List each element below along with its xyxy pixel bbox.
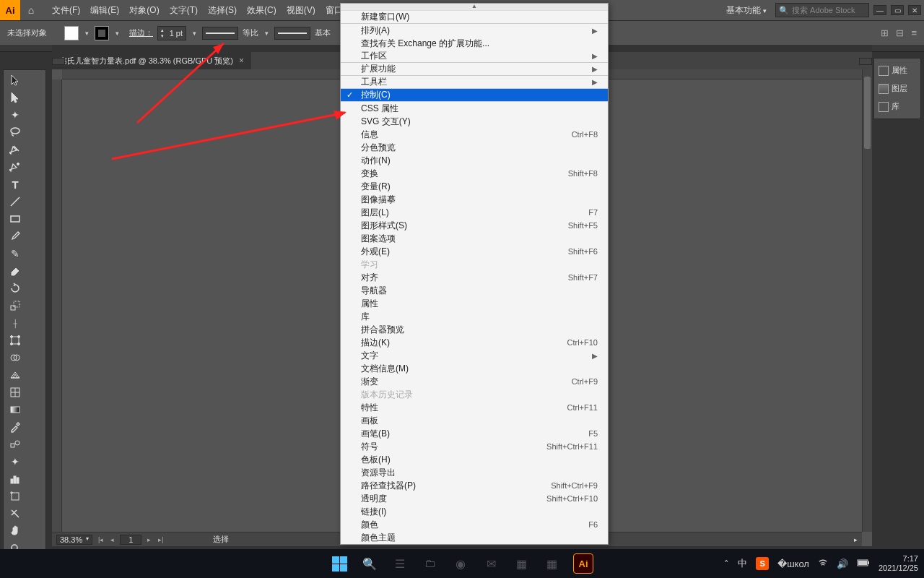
taskbar-clock[interactable]: 7:17 2021/12/25 bbox=[879, 554, 918, 573]
menu-item-18[interactable]: 外观(E)Shift+F6 bbox=[341, 245, 608, 258]
curvature-tool[interactable] bbox=[5, 158, 25, 176]
menu-item-25[interactable]: 描边(K)Ctrl+F10 bbox=[341, 336, 608, 349]
menu-item-8[interactable]: SVG 交互(Y) bbox=[341, 115, 608, 128]
illustrator-taskbar-icon[interactable]: Ai bbox=[573, 553, 593, 574]
panel-properties[interactable]: 属性 bbox=[874, 61, 920, 79]
scale-tool[interactable] bbox=[5, 297, 25, 314]
menu-item-0[interactable]: 新建窗口(W) bbox=[341, 11, 608, 24]
eraser-tool[interactable] bbox=[5, 262, 25, 280]
menu-item-20[interactable]: 对齐Shift+F7 bbox=[341, 271, 608, 284]
menu-item-32[interactable]: 画笔(B)F5 bbox=[341, 427, 608, 440]
menu-item-23[interactable]: 库 bbox=[341, 310, 608, 323]
prev-artboard-icon[interactable]: ◂ bbox=[109, 536, 116, 543]
zoom-input[interactable]: 38.3%▾ bbox=[56, 535, 92, 545]
type-tool[interactable]: T bbox=[5, 176, 25, 193]
ime-indicator[interactable]: 中 bbox=[738, 557, 747, 570]
close-button[interactable]: ✕ bbox=[908, 5, 921, 15]
menu-object[interactable]: 对象(O) bbox=[125, 1, 163, 20]
menu-item-9[interactable]: 信息Ctrl+F8 bbox=[341, 128, 608, 141]
menu-select[interactable]: 选择(S) bbox=[204, 1, 241, 20]
shape-builder-tool[interactable] bbox=[5, 349, 25, 366]
brush-def[interactable] bbox=[274, 27, 310, 40]
magic-wand-tool[interactable]: ✦ bbox=[5, 106, 25, 124]
rectangle-tool[interactable] bbox=[5, 210, 25, 228]
menu-item-6[interactable]: ✓控制(C) bbox=[341, 89, 608, 102]
sogou-ime-icon[interactable]: S bbox=[756, 557, 769, 570]
line-tool[interactable] bbox=[5, 193, 25, 210]
selection-tool[interactable] bbox=[5, 72, 25, 89]
artboard-tool[interactable] bbox=[5, 488, 25, 505]
mail-icon[interactable]: ✉ bbox=[482, 555, 500, 572]
menu-item-28[interactable]: 渐变Ctrl+F9 bbox=[341, 375, 608, 388]
menu-scroll-up-icon[interactable]: ▲ bbox=[341, 4, 608, 11]
document-tab[interactable]: 韦氏儿童智力量表.pdf @ 38.3% (RGB/GPU 预览) × bbox=[52, 52, 251, 69]
workspace-switcher[interactable]: 基本功能 ▾ bbox=[722, 2, 771, 19]
doc-setup-icon[interactable]: ⊞ bbox=[881, 27, 889, 38]
battery-icon[interactable] bbox=[857, 558, 870, 569]
menu-item-39[interactable]: 颜色F6 bbox=[341, 518, 608, 531]
profile-dropdown[interactable]: ▾ bbox=[263, 30, 270, 37]
menu-item-33[interactable]: 符号Shift+Ctrl+F11 bbox=[341, 440, 608, 453]
menu-item-11[interactable]: 动作(N) bbox=[341, 154, 608, 167]
stroke-weight-input[interactable]: ▴▾1 pt bbox=[157, 26, 186, 40]
first-artboard-icon[interactable]: |◂ bbox=[97, 536, 105, 543]
pen-tool[interactable] bbox=[5, 141, 25, 158]
menu-item-38[interactable]: 链接(I) bbox=[341, 505, 608, 518]
menu-item-7[interactable]: CSS 属性 bbox=[341, 102, 608, 115]
fill-dropdown[interactable]: ▾ bbox=[83, 30, 90, 37]
right-dock-header[interactable] bbox=[872, 45, 924, 52]
wifi-icon[interactable]: �школ bbox=[777, 558, 809, 569]
minimize-button[interactable]: — bbox=[873, 5, 886, 15]
app-icon-1[interactable]: ▦ bbox=[513, 555, 530, 572]
rotate-tool[interactable] bbox=[5, 280, 25, 297]
menu-item-22[interactable]: 属性 bbox=[341, 297, 608, 310]
menu-effect[interactable]: 效果(C) bbox=[243, 1, 281, 20]
stroke-label[interactable]: 描边： bbox=[129, 27, 153, 38]
volume-icon[interactable]: 🔊 bbox=[837, 558, 848, 569]
paintbrush-tool[interactable] bbox=[5, 228, 25, 245]
stroke-dropdown[interactable]: ▾ bbox=[113, 30, 121, 37]
explorer-icon[interactable]: 🗀 bbox=[422, 555, 439, 572]
menu-item-3[interactable]: 工作区▶ bbox=[341, 50, 608, 63]
free-transform-tool[interactable] bbox=[5, 332, 25, 349]
scroll-thumb[interactable] bbox=[864, 77, 871, 149]
start-button[interactable] bbox=[331, 555, 348, 572]
panel-menu-icon[interactable]: ≡ bbox=[911, 27, 917, 38]
maximize-button[interactable]: ▭ bbox=[891, 5, 904, 15]
menu-item-1[interactable]: 排列(A)▶ bbox=[341, 24, 608, 37]
menu-item-4[interactable]: 扩展功能▶ bbox=[341, 63, 608, 76]
menu-item-13[interactable]: 变量(R) bbox=[341, 180, 608, 193]
menu-item-5[interactable]: 工具栏▶ bbox=[341, 76, 608, 89]
menu-item-35[interactable]: 资源导出 bbox=[341, 466, 608, 479]
stroke-swatch[interactable] bbox=[95, 26, 109, 40]
ruler-vertical[interactable] bbox=[52, 79, 62, 546]
menu-item-17[interactable]: 图案选项 bbox=[341, 232, 608, 245]
gradient-tool[interactable] bbox=[5, 401, 25, 418]
app-icon-2[interactable]: ▦ bbox=[543, 555, 560, 572]
home-icon[interactable]: ⌂ bbox=[20, 4, 42, 16]
panel-library[interactable]: 库 bbox=[874, 98, 920, 116]
panel-layers[interactable]: 图层 bbox=[874, 79, 920, 98]
slice-tool[interactable] bbox=[5, 505, 25, 522]
menu-type[interactable]: 文字(T) bbox=[165, 1, 202, 20]
left-collapse-handle[interactable] bbox=[52, 58, 65, 65]
column-graph-tool[interactable] bbox=[5, 470, 25, 488]
menu-item-31[interactable]: 画板 bbox=[341, 414, 608, 427]
edge-icon[interactable]: ◉ bbox=[452, 555, 469, 572]
width-tool[interactable]: ⟊ bbox=[5, 314, 25, 332]
menu-item-16[interactable]: 图形样式(S)Shift+F5 bbox=[341, 219, 608, 232]
menu-edit[interactable]: 编辑(E) bbox=[86, 1, 123, 20]
menu-item-40[interactable]: 颜色主题 bbox=[341, 531, 608, 544]
menu-item-24[interactable]: 拼合器预览 bbox=[341, 323, 608, 336]
mesh-tool[interactable] bbox=[5, 384, 25, 401]
menu-item-27[interactable]: 文档信息(M) bbox=[341, 362, 608, 375]
tray-overflow-icon[interactable]: ˄ bbox=[724, 558, 729, 569]
menu-item-36[interactable]: 路径查找器(P)Shift+Ctrl+F9 bbox=[341, 479, 608, 492]
next-artboard-icon[interactable]: ▸ bbox=[146, 536, 152, 543]
artboard-input[interactable]: 1 bbox=[120, 535, 141, 545]
hand-tool[interactable] bbox=[5, 522, 25, 540]
last-artboard-icon[interactable]: ▸| bbox=[157, 536, 165, 543]
menu-item-30[interactable]: 特性Ctrl+F11 bbox=[341, 401, 608, 414]
taskbar-search-icon[interactable]: 🔍 bbox=[361, 555, 378, 572]
scrollbar-vertical[interactable] bbox=[862, 69, 872, 532]
